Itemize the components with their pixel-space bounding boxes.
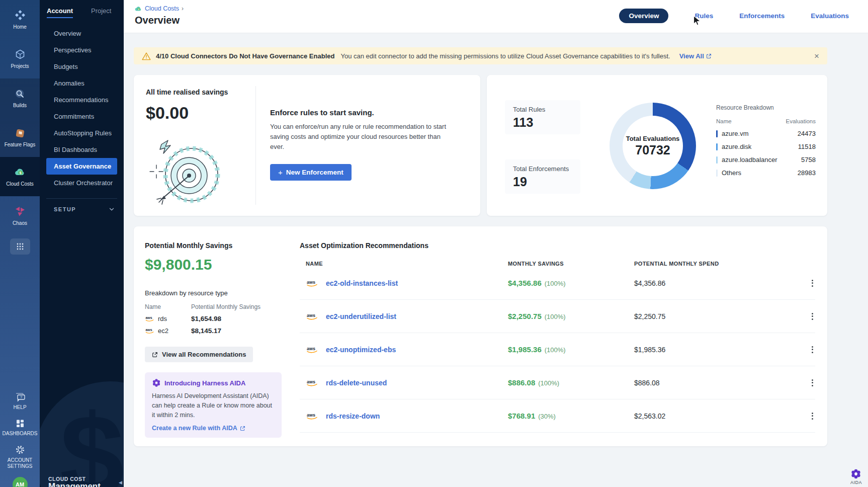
aida-flower-icon xyxy=(850,468,861,479)
view-all-label: View All xyxy=(679,52,704,60)
tab-enforcements[interactable]: Enforcements xyxy=(739,12,785,20)
recommendation-name: ec2-old-instances-list xyxy=(326,279,398,287)
legend-header: Name Evaluations xyxy=(716,118,816,124)
aws-icon: aws xyxy=(306,345,319,354)
sidebar-item-recommendations[interactable]: Recommendations xyxy=(46,92,117,108)
sidebar-item-budgets[interactable]: Budgets xyxy=(46,58,117,75)
banner-close-icon[interactable]: × xyxy=(814,52,819,60)
page-header: $ Cloud Costs › Overview Overview Rules … xyxy=(124,0,868,33)
cloud-costs-sidebar: Account Project Overview Perspectives Bu… xyxy=(40,0,124,487)
rail-item-builds[interactable]: Builds xyxy=(0,78,40,118)
sidebar-nav: Overview Perspectives Budgets Anomalies … xyxy=(40,25,124,191)
user-avatar[interactable]: AM xyxy=(13,477,28,487)
governance-stats-card: Total Rules 113 Total Enforcements 19 To… xyxy=(487,75,827,216)
breadcrumb-cloud-costs[interactable]: Cloud Costs xyxy=(145,5,179,12)
chaos-icon xyxy=(14,206,26,218)
legend-chip-azure-loadbalancer xyxy=(716,156,718,164)
module-grid-button[interactable] xyxy=(10,238,30,255)
plus-icon: + xyxy=(278,168,283,177)
row-menu-icon[interactable] xyxy=(810,411,815,422)
sidebar-item-anomalies[interactable]: Anomalies xyxy=(46,75,117,92)
sidebar-item-cluster-orchestrator[interactable]: Cluster Orchestrator xyxy=(46,175,117,191)
rail-item-label: Chaos xyxy=(12,220,28,226)
feature-flags-icon xyxy=(14,127,26,139)
savings-value: $2,250.75 xyxy=(508,312,542,320)
rail-item-account-settings[interactable]: ACCOUNT SETTINGS xyxy=(0,444,40,469)
breakdown-row: aws rds $1,654.98 xyxy=(145,315,282,322)
legend-chip-others xyxy=(716,170,718,177)
view-all-recommendations-button[interactable]: View all Recommendations xyxy=(145,347,253,362)
aida-title: Introducing Harness AIDA xyxy=(164,379,245,387)
cloud-costs-icon: $ xyxy=(14,167,27,179)
banner-view-all-link[interactable]: View All xyxy=(679,52,712,60)
chevron-down-icon xyxy=(108,206,115,213)
recommendation-link[interactable]: aws rds-resize-down xyxy=(306,412,508,420)
sidebar-item-commitments[interactable]: Commitments xyxy=(46,108,117,125)
evaluations-donut: Total Evaluations 70732 xyxy=(610,103,696,189)
rail-item-help[interactable]: ? HELP xyxy=(0,392,40,411)
rail-item-cloud-costs[interactable]: $ Cloud Costs xyxy=(0,157,40,196)
recommendation-name: rds-delete-unused xyxy=(326,379,387,387)
row-menu-icon[interactable] xyxy=(810,278,815,289)
rail-item-dashboards[interactable]: DASHBOARDS xyxy=(0,419,40,437)
breakdown-col-name: Name xyxy=(145,303,191,310)
tab-overview[interactable]: Overview xyxy=(619,9,668,23)
legend-row: azure.disk 11518 xyxy=(716,143,816,150)
create-rule-with-aida-link[interactable]: Create a new Rule with AIDA xyxy=(152,425,275,432)
rail-item-label: DASHBOARDS xyxy=(1,431,38,437)
row-menu-icon[interactable] xyxy=(810,377,815,388)
sidebar-item-bi-dashboards[interactable]: BI Dashboards xyxy=(46,141,117,158)
aida-floating-button[interactable]: AIDA xyxy=(850,468,862,485)
sidebar-item-asset-governance[interactable]: Asset Governance xyxy=(46,158,117,175)
total-rules-value: 113 xyxy=(513,115,580,130)
sidebar-footer: CLOUD COST Management xyxy=(48,476,101,487)
svg-text:aws: aws xyxy=(307,379,315,384)
sidebar-collapse-icon[interactable]: ◀ xyxy=(119,480,122,485)
tab-account[interactable]: Account xyxy=(47,7,73,18)
potential-savings-title: Potential Monthly Savings xyxy=(145,241,289,250)
governance-tabs: Overview Rules Enforcements Evaluations xyxy=(619,9,849,23)
summary-cards-row: All time realised savings $0.00 xyxy=(134,75,827,216)
monthly-spend-cell: $886.08 xyxy=(634,379,801,387)
sidebar-item-autostopping-rules[interactable]: AutoStopping Rules xyxy=(46,125,117,141)
total-enforcements-label: Total Enforcements xyxy=(513,165,580,173)
tab-rules[interactable]: Rules xyxy=(695,12,713,20)
svg-text:aws: aws xyxy=(146,316,152,319)
banner-body: You can edit connector to add the missin… xyxy=(340,52,670,60)
external-link-icon xyxy=(152,352,158,358)
rail-item-projects[interactable]: Projects xyxy=(0,39,40,78)
rail-item-feature-flags[interactable]: Feature Flags xyxy=(0,118,40,157)
tab-project[interactable]: Project xyxy=(91,7,111,18)
recommendation-link[interactable]: aws ec2-old-instances-list xyxy=(306,279,508,287)
row-menu-icon[interactable] xyxy=(810,311,815,322)
sidebar-item-overview[interactable]: Overview xyxy=(46,25,117,42)
recommendation-link[interactable]: aws ec2-underutilized-list xyxy=(306,312,508,320)
potential-savings-amount: $9,800.15 xyxy=(145,256,289,273)
rail-item-home[interactable]: Home xyxy=(0,0,40,39)
table-row: aws ec2-old-instances-list $4,356.86(100… xyxy=(300,267,815,300)
rail-item-chaos[interactable]: Chaos xyxy=(0,196,40,235)
module-rail: Home Projects Builds Feature Flags $ Clo… xyxy=(0,0,40,487)
builds-icon xyxy=(14,88,26,100)
savings-value: $886.08 xyxy=(508,378,535,387)
sidebar-item-perspectives[interactable]: Perspectives xyxy=(46,42,117,58)
realised-savings-left: All time realised savings $0.00 xyxy=(134,75,255,216)
donut-total-value: 70732 xyxy=(635,143,670,157)
view-all-recommendations-label: View all Recommendations xyxy=(162,351,246,358)
cta-title: Enforce rules to start saving. xyxy=(270,108,465,117)
sidebar-setup-toggle[interactable]: SETUP xyxy=(46,199,117,213)
new-enforcement-button[interactable]: + New Enforcement xyxy=(270,164,352,181)
monthly-spend-cell: $4,356.86 xyxy=(634,279,801,287)
legend-chip-azure-vm xyxy=(716,130,718,137)
external-link-icon xyxy=(240,426,245,431)
dashboards-icon xyxy=(15,419,25,429)
row-menu-icon[interactable] xyxy=(810,344,815,355)
recommendation-link[interactable]: aws rds-delete-unused xyxy=(306,378,508,387)
legend-chip-azure-disk xyxy=(716,143,718,150)
tab-evaluations[interactable]: Evaluations xyxy=(811,12,849,20)
monthly-savings-cell: $886.08(100%) xyxy=(508,378,634,387)
svg-text:aws: aws xyxy=(307,313,315,318)
recommendation-name: ec2-underutilized-list xyxy=(326,312,396,320)
legend-value: 5758 xyxy=(801,156,816,164)
recommendation-link[interactable]: aws ec2-unoptimized-ebs xyxy=(306,345,508,354)
